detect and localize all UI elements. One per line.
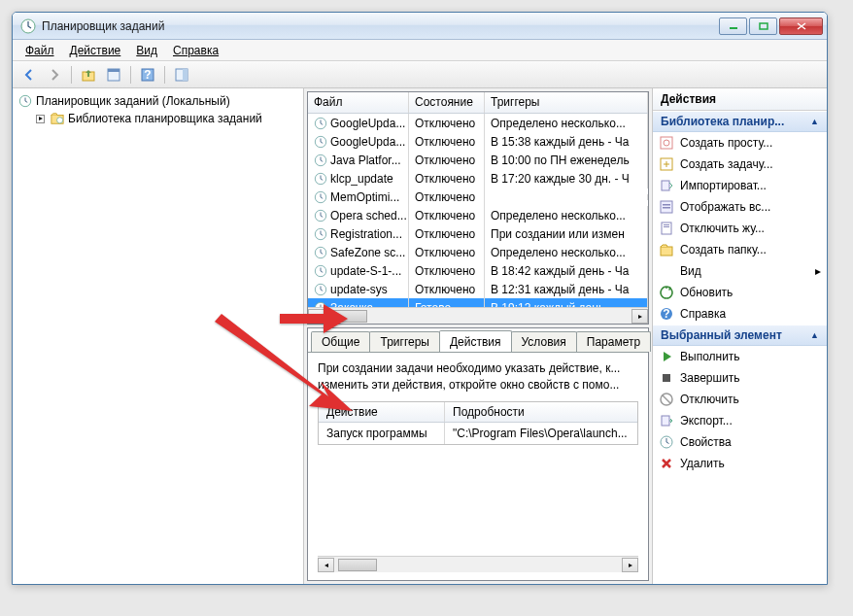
menubar: Файл Действие Вид Справка	[13, 40, 827, 61]
table-row[interactable]: Opera sched...ОтключеноОпределено нескол…	[308, 206, 648, 224]
list-header: Файл Состояние Триггеры	[308, 92, 648, 114]
selected-item[interactable]: Удалить	[653, 453, 827, 474]
table-row[interactable]: GoogleUpda...ОтключеноОпределено несколь…	[308, 114, 648, 132]
scroll-right-button[interactable]: ▸	[631, 309, 648, 324]
middle-panel: Файл Состояние Триггеры GoogleUpda...Отк…	[304, 88, 652, 584]
scroll-right-button[interactable]: ▸	[622, 558, 638, 572]
svg-rect-30	[663, 207, 670, 209]
tab-params[interactable]: Параметр	[576, 331, 651, 352]
table-row[interactable]: ЗакачкаГотовоВ 19:12 каждый день	[308, 298, 648, 307]
tree-panel: Планировщик заданий (Локальный) ▸ Библио…	[13, 88, 304, 584]
selected-item[interactable]: Экспорт...	[653, 410, 827, 431]
tab-actions[interactable]: Действия	[439, 330, 512, 352]
selected-item[interactable]: Свойства	[653, 431, 827, 453]
section-library[interactable]: Библиотека планир...▲	[653, 111, 827, 132]
svg-point-12	[57, 118, 63, 123]
library-item[interactable]: Создать задачу...	[653, 154, 827, 175]
col-state[interactable]: Состояние	[409, 92, 485, 113]
table-row[interactable]: update-S-1-...ОтключеноВ 18:42 каждый де…	[308, 261, 648, 280]
action-table: Действие Подробности Запуск программы "C…	[318, 401, 638, 445]
detail-scrollbar[interactable]: ◂ ▸	[318, 556, 638, 572]
list-body[interactable]: GoogleUpda...ОтключеноОпределено несколь…	[308, 114, 648, 307]
tabs: Общие Триггеры Действия Условия Параметр	[308, 328, 648, 352]
library-item[interactable]: Создать просту...	[653, 132, 827, 154]
selected-item[interactable]: Завершить	[653, 367, 827, 389]
svg-rect-9	[183, 69, 188, 81]
library-item[interactable]: Импортироват...	[653, 175, 827, 196]
tree-root[interactable]: Планировщик заданий (Локальный)	[13, 92, 303, 110]
show-actions-pane-button[interactable]	[171, 64, 192, 86]
scroll-left-button[interactable]: ◂	[318, 558, 334, 572]
svg-rect-5	[108, 69, 119, 72]
menu-help[interactable]: Справка	[166, 42, 225, 59]
svg-rect-34	[661, 247, 672, 256]
svg-rect-31	[662, 222, 671, 234]
menu-action[interactable]: Действие	[63, 42, 128, 59]
svg-rect-24	[661, 137, 672, 149]
library-item[interactable]: Отображать вс...	[653, 196, 827, 218]
selected-item[interactable]: Отключить	[653, 389, 827, 410]
menu-view[interactable]: Вид	[129, 42, 164, 59]
nav-forward-button[interactable]	[44, 64, 65, 86]
table-row[interactable]: MemOptimi...Отключено	[308, 188, 648, 206]
toolbar: ?	[13, 61, 827, 88]
col-details[interactable]: Подробности	[445, 402, 637, 422]
content-area: Планировщик заданий (Локальный) ▸ Библио…	[13, 88, 827, 584]
svg-rect-29	[663, 204, 670, 206]
table-row[interactable]: Registration...ОтключеноПри создании или…	[308, 224, 648, 243]
app-clock-icon	[20, 18, 36, 34]
actions-panel-title: Действия	[653, 88, 827, 111]
window-title: Планировщик заданий	[42, 19, 719, 33]
table-row[interactable]: update-sysОтключеноВ 12:31 каждый день -…	[308, 280, 648, 298]
close-button[interactable]	[779, 17, 823, 35]
svg-rect-39	[662, 416, 669, 426]
maximize-button[interactable]	[749, 17, 777, 35]
clock-icon	[18, 94, 32, 108]
description-text: При создании задачи необходимо указать д…	[318, 360, 638, 394]
library-item[interactable]: Обновить	[653, 282, 827, 303]
svg-rect-33	[664, 226, 669, 227]
horizontal-scrollbar[interactable]: ◂ ▸	[308, 307, 648, 324]
col-triggers[interactable]: Триггеры	[485, 92, 648, 113]
tab-conditions[interactable]: Условия	[511, 331, 577, 352]
minimize-button[interactable]	[719, 17, 747, 35]
svg-text:?: ?	[144, 68, 151, 82]
titlebar[interactable]: Планировщик заданий	[13, 13, 827, 40]
tab-triggers[interactable]: Триггеры	[369, 331, 440, 352]
expand-icon[interactable]: ▸	[36, 115, 45, 123]
tree-library[interactable]: ▸ Библиотека планировщика заданий	[13, 110, 303, 127]
task-scheduler-window: Планировщик заданий Файл Действие Вид Сп…	[12, 12, 828, 585]
selected-item[interactable]: Выполнить	[653, 346, 827, 367]
task-list: Файл Состояние Триггеры GoogleUpda...Отк…	[307, 91, 649, 325]
library-item[interactable]: Отключить жу...	[653, 218, 827, 239]
menu-file[interactable]: Файл	[18, 42, 61, 59]
tab-general[interactable]: Общие	[311, 331, 370, 352]
col-action[interactable]: Действие	[319, 402, 445, 422]
svg-rect-37	[663, 374, 670, 382]
svg-text:?: ?	[663, 307, 669, 321]
help-button[interactable]: ?	[137, 64, 158, 86]
library-item[interactable]: Вид▸	[653, 260, 827, 282]
scroll-thumb[interactable]	[338, 559, 377, 571]
svg-rect-2	[760, 23, 768, 29]
svg-rect-1	[730, 27, 737, 29]
up-level-button[interactable]	[78, 64, 99, 86]
scroll-left-button[interactable]: ◂	[308, 309, 324, 324]
section-selected[interactable]: Выбранный элемент▲	[653, 325, 827, 346]
table-row[interactable]: GoogleUpda...ОтключеноВ 15:38 каждый ден…	[308, 132, 648, 151]
svg-rect-32	[664, 224, 669, 225]
library-item[interactable]: Создать папку...	[653, 239, 827, 260]
col-file[interactable]: Файл	[308, 92, 409, 113]
detail-panel: Общие Триггеры Действия Условия Параметр…	[307, 327, 649, 581]
table-row[interactable]: klcp_updateОтключеноВ 17:20 каждые 30 дн…	[308, 169, 648, 188]
table-row[interactable]: Java Platfor...ОтключеноВ 10:00 по ПН еж…	[308, 151, 648, 169]
action-row[interactable]: Запуск программы "C:\Program Files\Opera…	[319, 423, 637, 444]
table-row[interactable]: SafeZone sc...ОтключеноОпределено нескол…	[308, 243, 648, 261]
selected-item[interactable]	[653, 474, 827, 496]
nav-back-button[interactable]	[18, 64, 40, 86]
scroll-thumb[interactable]	[328, 310, 367, 323]
tab-content: При создании задачи необходимо указать д…	[308, 352, 648, 580]
library-item[interactable]: ?Справка	[653, 303, 827, 325]
properties-button[interactable]	[103, 64, 124, 86]
svg-rect-27	[662, 181, 669, 190]
